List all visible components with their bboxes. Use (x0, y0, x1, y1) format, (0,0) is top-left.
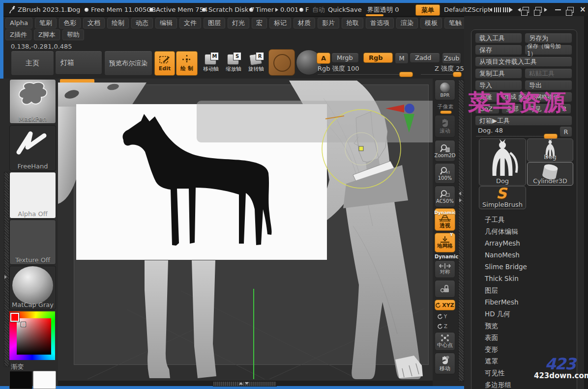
rgb-intensity-slider[interactable] (318, 74, 409, 75)
home-button[interactable]: 主页 (11, 51, 54, 76)
rotate-y-button[interactable]: Y (438, 312, 454, 320)
menu-draw[interactable]: 绘制 (107, 18, 129, 28)
perspective-button[interactable]: Dynamic 透视 (435, 208, 455, 231)
floor-grid-button[interactable]: Y 地网格 (435, 233, 455, 252)
bpr-button[interactable]: BPR (435, 80, 455, 100)
goz-visible-button[interactable]: 可见 (524, 104, 556, 114)
lightbox-button[interactable]: 灯箱 (55, 51, 102, 75)
tool-slider-r-button[interactable]: R (559, 126, 572, 137)
menu-edit[interactable]: 编辑 (155, 18, 177, 28)
menu-button[interactable]: 菜单 (415, 4, 440, 16)
close-button[interactable]: × (580, 3, 586, 16)
menu-zplugin[interactable]: Z插件 (5, 29, 31, 40)
alpha-selector[interactable]: Alpha Off (9, 172, 56, 219)
subpixel-label[interactable]: 子像素 (436, 103, 455, 111)
section-deformation[interactable]: 变形 (485, 343, 573, 355)
divider-left-icon[interactable] (489, 8, 492, 12)
menu-render[interactable]: 渲染 (396, 18, 418, 28)
quicksave-button[interactable]: QuickSave (328, 3, 362, 16)
tool-tile-dog-small[interactable]: Dog (527, 139, 573, 162)
menu-stroke[interactable]: 笔触 (444, 18, 466, 28)
section-geometry[interactable]: 几何体编辑 (485, 225, 573, 237)
material-selector[interactable]: MatCap Gray (9, 266, 56, 309)
color-picker[interactable] (9, 311, 55, 360)
scroll-button[interactable]: 滚动 (435, 115, 455, 138)
zscript-name[interactable]: DefaultZScript (444, 3, 490, 16)
menu-zscript[interactable]: Z脚本 (34, 29, 60, 40)
scroll-up-arrow-icon[interactable] (239, 382, 243, 385)
move-axis-button[interactable]: M 移动轴 (200, 52, 222, 76)
cascade-window-icon[interactable] (535, 7, 542, 13)
rotate-xyz-button[interactable]: XYZ (435, 300, 455, 310)
section-preview[interactable]: 预览 (485, 320, 573, 332)
tool-tile-simplebrush[interactable]: S SimpleBrush (479, 186, 526, 209)
goz-button[interactable]: GoZ (475, 104, 500, 114)
menu-macro[interactable]: 宏 (252, 18, 267, 28)
paste-tool-button[interactable]: 粘贴工具 (525, 68, 572, 79)
draw-button[interactable]: 绘 制 (176, 51, 198, 76)
rgb-intensity-handle[interactable] (399, 72, 413, 77)
rgb-button[interactable]: Rgb (363, 53, 393, 63)
dock-window-icon[interactable] (523, 7, 529, 13)
menu-dynamic[interactable]: 动态 (131, 18, 153, 28)
ac50-button[interactable]: AC50% (435, 186, 455, 207)
ui-transparency-slider[interactable] (366, 14, 383, 16)
section-surface[interactable]: 表面 (485, 332, 573, 343)
lightbox-tool-button[interactable]: 灯箱▶工具 (475, 115, 572, 126)
section-masking[interactable]: 遮罩 (485, 355, 573, 367)
clone-button[interactable]: 克隆 (475, 92, 500, 102)
brush-selector-maskpen[interactable]: MaskPen (9, 79, 56, 124)
auto-label[interactable]: 自动 (312, 3, 325, 16)
tray-expand-arrow-icon[interactable] (4, 275, 7, 279)
panel-collapse-arrow-icon[interactable] (459, 192, 461, 195)
left-tray-scrollbar[interactable] (4, 172, 9, 367)
menu-marker[interactable]: 标记 (269, 18, 291, 28)
goz-r-button[interactable]: R (558, 104, 571, 114)
menu-movie[interactable]: 影片 (318, 18, 339, 28)
menu-color[interactable]: 色彩 (59, 18, 81, 28)
zadd-button[interactable]: Zadd (410, 53, 440, 63)
menu-layer[interactable]: 图层 (204, 18, 225, 28)
panel-expand-arrow-icon[interactable] (459, 198, 462, 202)
scroll-down-arrow-icon[interactable] (245, 382, 249, 385)
restore-button[interactable] (567, 7, 574, 13)
a-button[interactable]: A (317, 53, 330, 64)
current-brush-thumbnail[interactable] (268, 49, 295, 76)
dynamic-bottom-label[interactable]: Dynamic (435, 254, 455, 259)
menu-light[interactable]: 灯光 (228, 18, 249, 28)
zoom2d-button[interactable]: Zoom2D (435, 140, 455, 162)
stroke-selector-freehand[interactable]: FreeHand (9, 125, 56, 171)
scale-axis-button[interactable]: S 缩放轴 (222, 52, 245, 76)
section-nanomesh[interactable]: NanoMesh (485, 249, 573, 261)
section-polygroups[interactable]: 多边形组 (485, 379, 573, 389)
dock-left-icon[interactable] (518, 8, 521, 12)
move-canvas-button[interactable]: 移动 (435, 353, 455, 374)
load-tool-button[interactable]: 载入工具 (475, 33, 522, 43)
z-intensity-handle[interactable] (453, 72, 462, 77)
menu-preferences[interactable]: 首选项 (366, 18, 394, 28)
tool-panel-scrollbar[interactable] (584, 16, 588, 389)
tool-tile-cylinder3d[interactable]: Cylinder3D (527, 162, 573, 186)
color-picker-cursor[interactable] (21, 322, 26, 327)
copy-tool-button[interactable]: 复制工具 (475, 68, 522, 79)
make-polymesh-button[interactable]: 生成 多边形网格物体 (501, 92, 572, 102)
current-color-swatch[interactable] (10, 313, 19, 322)
subpixel-slider-handle[interactable] (440, 111, 452, 114)
divider-bars-icon[interactable] (494, 7, 501, 12)
minimize-button[interactable] (555, 9, 561, 10)
import-button[interactable]: 导入 (475, 80, 522, 90)
texture-selector[interactable]: Texture Off (9, 220, 56, 265)
load-from-project-button[interactable]: 从项目文件载入工具 (475, 56, 572, 67)
rotate-z-button[interactable]: Z (438, 322, 454, 330)
section-arraymesh[interactable]: ArrayMesh (485, 237, 573, 249)
canvas-viewport[interactable] (58, 79, 433, 381)
menu-alpha[interactable]: Alpha (5, 18, 32, 28)
preview-boolean-button[interactable]: 预览布尔渲染 (104, 51, 152, 76)
section-hd-geometry[interactable]: HD 几何 (485, 308, 573, 320)
menu-document[interactable]: 文档 (83, 18, 105, 28)
secondary-color-swatch-white[interactable] (33, 371, 56, 389)
section-layers[interactable]: 图层 (485, 284, 573, 296)
menu-picker[interactable]: 拾取 (342, 18, 363, 28)
section-slime-bridge[interactable]: Slime Bridge (485, 261, 573, 273)
export-button[interactable]: 导出 (525, 80, 572, 90)
